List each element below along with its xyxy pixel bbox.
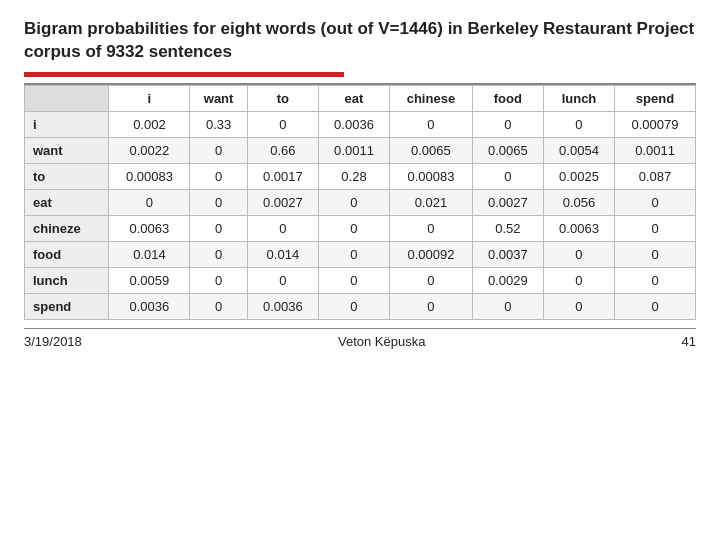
row-label-i: i: [25, 111, 109, 137]
cell-spend-spend: 0: [615, 293, 696, 319]
cell-spend-chinese: 0: [390, 293, 473, 319]
row-label-to: to: [25, 163, 109, 189]
cell-spend-want: 0: [190, 293, 247, 319]
cell-spend-i: 0.0036: [109, 293, 190, 319]
cell-eat-to: 0.0027: [247, 189, 318, 215]
cell-spend-lunch: 0: [543, 293, 614, 319]
row-label-lunch: lunch: [25, 267, 109, 293]
cell-want-lunch: 0.0054: [543, 137, 614, 163]
cell-i-lunch: 0: [543, 111, 614, 137]
header-col-eat: eat: [318, 85, 389, 111]
header-col-to: to: [247, 85, 318, 111]
cell-to-food: 0: [472, 163, 543, 189]
header-col-lunch: lunch: [543, 85, 614, 111]
cell-to-to: 0.0017: [247, 163, 318, 189]
cell-to-i: 0.00083: [109, 163, 190, 189]
header-empty: [25, 85, 109, 111]
footer: 3/19/2018 Veton Këpuska 41: [24, 328, 696, 349]
footer-page: 41: [682, 334, 696, 349]
cell-spend-to: 0.0036: [247, 293, 318, 319]
header-col-food: food: [472, 85, 543, 111]
cell-lunch-eat: 0: [318, 267, 389, 293]
cell-want-spend: 0.0011: [615, 137, 696, 163]
row-label-food: food: [25, 241, 109, 267]
cell-food-to: 0.014: [247, 241, 318, 267]
cell-chineze-chinese: 0: [390, 215, 473, 241]
cell-food-i: 0.014: [109, 241, 190, 267]
cell-lunch-lunch: 0: [543, 267, 614, 293]
cell-eat-want: 0: [190, 189, 247, 215]
red-bar: [24, 72, 344, 77]
cell-food-lunch: 0: [543, 241, 614, 267]
cell-eat-spend: 0: [615, 189, 696, 215]
cell-spend-eat: 0: [318, 293, 389, 319]
cell-chineze-to: 0: [247, 215, 318, 241]
table-row: to0.0008300.00170.280.0008300.00250.087: [25, 163, 696, 189]
cell-food-chinese: 0.00092: [390, 241, 473, 267]
table-row: i0.0020.3300.00360000.00079: [25, 111, 696, 137]
cell-chineze-i: 0.0063: [109, 215, 190, 241]
page: Bigram probabilities for eight words (ou…: [0, 0, 720, 540]
cell-want-chinese: 0.0065: [390, 137, 473, 163]
cell-i-chinese: 0: [390, 111, 473, 137]
header-col-i: i: [109, 85, 190, 111]
header-col-chinese: chinese: [390, 85, 473, 111]
cell-lunch-i: 0.0059: [109, 267, 190, 293]
header-row: iwanttoeatchinesefoodlunchspend: [25, 85, 696, 111]
cell-want-i: 0.0022: [109, 137, 190, 163]
cell-i-food: 0: [472, 111, 543, 137]
cell-lunch-want: 0: [190, 267, 247, 293]
cell-want-food: 0.0065: [472, 137, 543, 163]
cell-i-eat: 0.0036: [318, 111, 389, 137]
header-col-want: want: [190, 85, 247, 111]
table-row: want0.002200.660.00110.00650.00650.00540…: [25, 137, 696, 163]
row-label-spend: spend: [25, 293, 109, 319]
cell-to-spend: 0.087: [615, 163, 696, 189]
cell-lunch-food: 0.0029: [472, 267, 543, 293]
bigram-table: iwanttoeatchinesefoodlunchspend i0.0020.…: [24, 85, 696, 320]
page-title: Bigram probabilities for eight words (ou…: [24, 18, 696, 64]
cell-to-eat: 0.28: [318, 163, 389, 189]
cell-chineze-want: 0: [190, 215, 247, 241]
cell-eat-chinese: 0.021: [390, 189, 473, 215]
cell-want-to: 0.66: [247, 137, 318, 163]
cell-to-chinese: 0.00083: [390, 163, 473, 189]
cell-eat-i: 0: [109, 189, 190, 215]
cell-eat-eat: 0: [318, 189, 389, 215]
cell-eat-lunch: 0.056: [543, 189, 614, 215]
cell-lunch-to: 0: [247, 267, 318, 293]
cell-i-to: 0: [247, 111, 318, 137]
table-body: i0.0020.3300.00360000.00079want0.002200.…: [25, 111, 696, 319]
cell-food-eat: 0: [318, 241, 389, 267]
cell-i-i: 0.002: [109, 111, 190, 137]
cell-chineze-spend: 0: [615, 215, 696, 241]
cell-want-eat: 0.0011: [318, 137, 389, 163]
row-label-want: want: [25, 137, 109, 163]
table-row: chineze0.006300000.520.00630: [25, 215, 696, 241]
cell-to-want: 0: [190, 163, 247, 189]
cell-i-spend: 0.00079: [615, 111, 696, 137]
cell-chineze-eat: 0: [318, 215, 389, 241]
cell-to-lunch: 0.0025: [543, 163, 614, 189]
cell-food-spend: 0: [615, 241, 696, 267]
cell-eat-food: 0.0027: [472, 189, 543, 215]
table-row: eat000.002700.0210.00270.0560: [25, 189, 696, 215]
footer-author: Veton Këpuska: [338, 334, 425, 349]
cell-food-food: 0.0037: [472, 241, 543, 267]
cell-spend-food: 0: [472, 293, 543, 319]
row-label-eat: eat: [25, 189, 109, 215]
cell-chineze-lunch: 0.0063: [543, 215, 614, 241]
cell-lunch-chinese: 0: [390, 267, 473, 293]
cell-lunch-spend: 0: [615, 267, 696, 293]
cell-i-want: 0.33: [190, 111, 247, 137]
cell-chineze-food: 0.52: [472, 215, 543, 241]
header-col-spend: spend: [615, 85, 696, 111]
table-row: spend0.003600.003600000: [25, 293, 696, 319]
table-header: iwanttoeatchinesefoodlunchspend: [25, 85, 696, 111]
footer-date: 3/19/2018: [24, 334, 82, 349]
cell-food-want: 0: [190, 241, 247, 267]
table-row: food0.01400.01400.000920.003700: [25, 241, 696, 267]
row-label-chineze: chineze: [25, 215, 109, 241]
cell-want-want: 0: [190, 137, 247, 163]
table-row: lunch0.005900000.002900: [25, 267, 696, 293]
